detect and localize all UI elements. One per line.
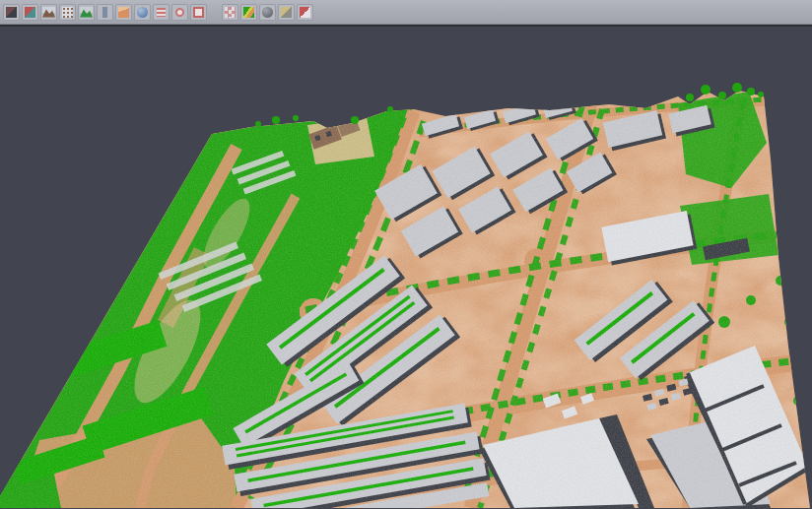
register-clouds-button[interactable] xyxy=(22,4,38,21)
shaded-sphere-icon xyxy=(260,5,275,20)
circle-select-icon xyxy=(172,5,187,20)
globe-view-button[interactable] xyxy=(134,4,151,21)
orthophoto-button[interactable] xyxy=(115,4,132,21)
rectangle-select-icon xyxy=(191,5,206,20)
profile-lines-icon xyxy=(154,5,169,20)
shaded-sphere-button[interactable] xyxy=(259,4,276,21)
flag-marker-icon xyxy=(298,5,312,20)
measure-tool-icon xyxy=(279,5,294,20)
classification-map-icon xyxy=(241,5,256,20)
terrain-model-button[interactable] xyxy=(40,4,57,21)
open-dataset-icon xyxy=(4,5,19,20)
pointcloud-speckle-dark xyxy=(0,86,812,508)
application-window xyxy=(0,0,812,509)
vegetation-model-button[interactable] xyxy=(78,4,95,21)
flag-marker-button[interactable] xyxy=(297,4,313,21)
globe-view-icon xyxy=(135,5,150,20)
elevation-column-icon xyxy=(98,5,112,20)
elevation-column-button[interactable] xyxy=(97,4,113,21)
orthophoto-icon xyxy=(116,5,131,20)
classification-map-button[interactable] xyxy=(240,4,257,21)
point-cloud-icon xyxy=(60,5,75,20)
point-cloud-button[interactable] xyxy=(59,4,76,21)
main-toolbar xyxy=(0,0,812,25)
clip-grid-icon xyxy=(223,5,237,20)
terrain-model-icon xyxy=(41,5,56,20)
clip-grid-button[interactable] xyxy=(222,4,238,21)
rectangle-select-button[interactable] xyxy=(190,4,207,21)
point-cloud-render xyxy=(0,27,812,508)
circle-select-button[interactable] xyxy=(171,4,188,21)
register-clouds-icon xyxy=(23,5,37,20)
open-dataset-button[interactable] xyxy=(3,4,20,21)
measure-tool-button[interactable] xyxy=(278,4,295,21)
vegetation-model-icon xyxy=(79,5,94,20)
viewport-3d[interactable] xyxy=(0,25,812,508)
profile-lines-button[interactable] xyxy=(153,4,169,21)
